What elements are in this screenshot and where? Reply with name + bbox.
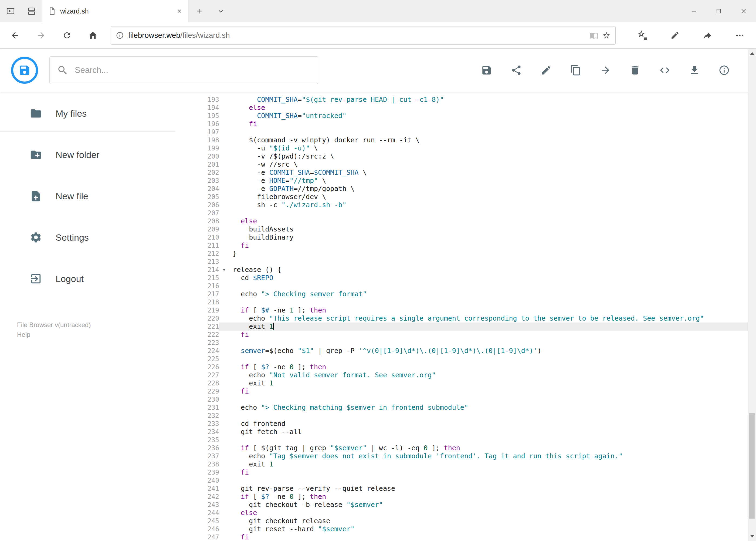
code-line[interactable] xyxy=(229,436,756,444)
more-menu-button[interactable] xyxy=(724,22,756,48)
code-line[interactable]: cd frontend xyxy=(229,420,756,428)
tab-close-button[interactable] xyxy=(176,8,183,14)
tab-list-caret-button[interactable] xyxy=(210,0,232,22)
info-button[interactable] xyxy=(718,64,730,76)
code-line[interactable]: echo "Not valid semver format. See semve… xyxy=(229,371,756,379)
code-line[interactable] xyxy=(229,258,756,266)
code-line[interactable]: sh -c "./wizard.sh -b" xyxy=(229,201,756,209)
code-line[interactable]: -v /$(pwd):/src:z \ xyxy=(229,152,756,161)
maximize-button[interactable] xyxy=(706,0,731,22)
edit-button[interactable] xyxy=(540,64,552,76)
sidebar-item-logout[interactable]: Logout xyxy=(0,265,189,292)
code-line[interactable]: echo "> Checking semver format" xyxy=(229,290,756,298)
delete-button[interactable] xyxy=(629,64,641,76)
minimize-button[interactable] xyxy=(681,0,706,22)
home-button[interactable] xyxy=(80,22,106,48)
app-logo[interactable] xyxy=(11,57,38,84)
code-line[interactable]: exit 1 xyxy=(229,460,756,468)
code-line[interactable]: git checkout release xyxy=(229,517,756,525)
share-button[interactable] xyxy=(510,64,522,76)
set-tabs-aside-button[interactable] xyxy=(0,0,21,22)
code-line[interactable]: else xyxy=(229,509,756,517)
code-line[interactable]: COMMIT_SHA="untracked" xyxy=(229,112,756,120)
code-line[interactable]: -e HOME="//tmp" \ xyxy=(229,177,756,185)
sidebar-item-settings[interactable]: Settings xyxy=(0,224,189,251)
app-version-link[interactable]: File Browser v(untracked) xyxy=(17,320,91,330)
scrollbar[interactable] xyxy=(748,49,756,541)
code-line[interactable]: echo "Tag $semver does not exist in subm… xyxy=(229,452,756,460)
tab-wizard-sh[interactable]: wizard.sh xyxy=(42,0,188,22)
code-line[interactable]: fi xyxy=(229,120,756,128)
back-button[interactable] xyxy=(2,22,28,48)
code-line[interactable]: git checkout -b release "$semver" xyxy=(229,501,756,509)
code-line[interactable] xyxy=(229,209,756,217)
search-box[interactable] xyxy=(49,56,318,84)
code-line[interactable]: exit 1 xyxy=(229,379,756,387)
help-link[interactable]: Help xyxy=(17,330,91,339)
code-view-button[interactable] xyxy=(659,64,671,76)
new-tab-button[interactable] xyxy=(188,0,210,22)
scroll-down-button[interactable] xyxy=(748,531,756,541)
code-line[interactable] xyxy=(229,395,756,403)
tabs-preview-button[interactable] xyxy=(21,0,42,22)
code-line[interactable]: buildBinary xyxy=(229,234,756,242)
code-line[interactable] xyxy=(229,298,756,306)
address-bar[interactable]: filebrowser.web/files/wizard.sh xyxy=(111,26,616,45)
share-page-button[interactable] xyxy=(691,22,724,48)
code-line[interactable]: exit 1 xyxy=(229,322,756,330)
scroll-up-button[interactable] xyxy=(748,49,756,58)
sidebar-item-my-files[interactable]: My files xyxy=(0,100,189,127)
sidebar-item-new-folder[interactable]: New folder xyxy=(0,141,189,168)
code-line[interactable]: $(command -v winpty) docker run --rm -it… xyxy=(229,136,756,144)
code-line[interactable]: else xyxy=(229,217,756,225)
save-button[interactable] xyxy=(481,64,493,76)
code-line[interactable]: fi xyxy=(229,330,756,339)
code-line[interactable]: fi xyxy=(229,468,756,476)
code-line[interactable] xyxy=(229,476,756,485)
code-editor[interactable]: 193 COMMIT_SHA="$(git rev-parse HEAD | c… xyxy=(189,92,756,541)
code-line[interactable]: release () { xyxy=(229,266,756,274)
code-line[interactable]: fi xyxy=(229,242,756,250)
code-line[interactable] xyxy=(229,412,756,420)
code-line[interactable]: -e COMMIT_SHA=$COMMIT_SHA \ xyxy=(229,169,756,177)
code-line[interactable]: git reset --hard "$semver" xyxy=(229,525,756,533)
close-window-button[interactable] xyxy=(731,0,756,22)
code-line[interactable]: filebrowser/dev \ xyxy=(229,193,756,201)
code-line[interactable]: if [ $# -ne 1 ]; then xyxy=(229,306,756,314)
code-line[interactable]: COMMIT_SHA="$(git rev-parse HEAD | cut -… xyxy=(229,96,756,104)
code-line[interactable]: cd $REPO xyxy=(229,274,756,282)
code-line[interactable]: if [ $? -ne 0 ]; then xyxy=(229,363,756,371)
code-line[interactable]: fi xyxy=(229,533,756,541)
fold-marker-icon[interactable]: ▾ xyxy=(219,266,229,274)
code-line[interactable]: if [ $? -ne 0 ]; then xyxy=(229,493,756,501)
code-line[interactable] xyxy=(229,355,756,363)
scroll-thumb[interactable] xyxy=(749,413,755,519)
code-line[interactable]: semver=$(echo "$1" | grep -P '^v(0|[1-9]… xyxy=(229,347,756,355)
move-button[interactable] xyxy=(600,64,611,76)
sidebar-item-new-file[interactable]: New file xyxy=(0,183,189,210)
code-line[interactable]: } xyxy=(229,250,756,258)
forward-button[interactable] xyxy=(28,22,54,48)
code-line[interactable] xyxy=(229,339,756,347)
refresh-button[interactable] xyxy=(54,22,80,48)
copy-button[interactable] xyxy=(570,64,582,76)
url-text[interactable]: filebrowser.web/files/wizard.sh xyxy=(128,31,585,40)
add-notes-button[interactable] xyxy=(659,22,691,48)
code-line[interactable]: echo "This release script requires a sin… xyxy=(229,314,756,322)
code-line[interactable]: -e GOPATH=//tmp/gopath \ xyxy=(229,185,756,193)
reading-view-button[interactable] xyxy=(590,31,598,40)
code-line[interactable] xyxy=(229,282,756,290)
favorites-hub-button[interactable] xyxy=(627,22,659,48)
download-button[interactable] xyxy=(688,64,700,76)
code-line[interactable]: if [ $(git tag | grep "$semver" | wc -l)… xyxy=(229,444,756,452)
code-line[interactable]: echo "> Checking matching $semver in fro… xyxy=(229,403,756,412)
code-line[interactable]: else xyxy=(229,104,756,112)
page-info-icon[interactable] xyxy=(116,31,124,39)
code-line[interactable]: git rev-parse --verify --quiet release xyxy=(229,485,756,493)
code-line[interactable]: buildAssets xyxy=(229,225,756,234)
code-line[interactable]: fi xyxy=(229,387,756,395)
code-line[interactable]: git fetch --all xyxy=(229,428,756,436)
code-line[interactable]: -u "$(id -u)" \ xyxy=(229,144,756,152)
code-line[interactable] xyxy=(229,128,756,136)
favorite-button[interactable] xyxy=(603,31,611,39)
